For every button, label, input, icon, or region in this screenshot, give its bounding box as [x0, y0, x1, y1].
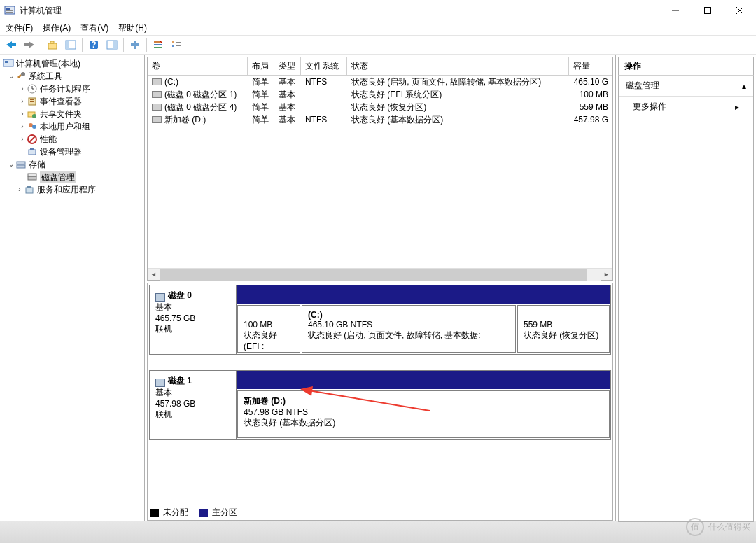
- col-capacity[interactable]: 容量: [569, 57, 612, 75]
- scroll-left-icon[interactable]: ◄: [148, 269, 160, 281]
- col-layout[interactable]: 布局: [248, 57, 274, 75]
- col-status[interactable]: 状态: [347, 57, 569, 75]
- tree-root[interactable]: 计算机管理(本地): [0, 57, 144, 70]
- table-row[interactable]: (磁盘 0 磁盘分区 4)简单基本状态良好 (恢复分区)559 MB: [148, 101, 612, 113]
- shared-icon: [27, 108, 38, 120]
- svg-rect-48: [28, 176, 36, 180]
- disk-title: 磁盘 1: [168, 375, 192, 387]
- menubar: 文件(F) 操作(A) 查看(V) 帮助(H): [0, 21, 756, 35]
- menu-file[interactable]: 文件(F): [6, 22, 33, 34]
- computer-icon: [3, 58, 14, 69]
- show-hide-action-button[interactable]: [104, 37, 120, 52]
- svg-line-43: [29, 136, 35, 142]
- expand-icon[interactable]: ›: [18, 120, 27, 133]
- close-button[interactable]: [724, 0, 756, 21]
- tree-local-users[interactable]: › 本地用户和组: [0, 120, 144, 133]
- menu-action[interactable]: 操作(A): [43, 22, 71, 34]
- show-hide-tree-button[interactable]: [62, 37, 79, 52]
- table-row[interactable]: (磁盘 0 磁盘分区 1)简单基本状态良好 (EFI 系统分区)100 MB: [148, 88, 612, 101]
- col-fs[interactable]: 文件系统: [301, 57, 347, 75]
- back-button[interactable]: [3, 37, 20, 52]
- tree-pane: 计算机管理(本地) ⌄ 系统工具 › 任务计划程序 › 事件查看器 › 共享文件…: [0, 55, 145, 521]
- minimize-button[interactable]: [659, 0, 692, 21]
- maximize-button[interactable]: [692, 0, 724, 21]
- svg-rect-50: [26, 188, 33, 193]
- svg-rect-28: [176, 45, 181, 46]
- svg-rect-24: [154, 47, 162, 48]
- tree-label: 本地用户和组: [40, 120, 90, 133]
- toolbar: ?: [0, 35, 756, 55]
- tree-shared-folders[interactable]: › 共享文件夹: [0, 108, 144, 120]
- tree-sys-tools[interactable]: ⌄ 系统工具: [0, 70, 144, 83]
- disk-1-partition-d[interactable]: 新加卷 (D:) 457.98 GB NTFS 状态良好 (基本数据分区): [237, 390, 610, 438]
- list-view-button[interactable]: [150, 37, 167, 52]
- tree-task-scheduler[interactable]: › 任务计划程序: [0, 83, 144, 95]
- disk-0-header-stripe: [237, 285, 610, 304]
- legend-primary: 主分区: [212, 507, 237, 519]
- part-status: 状态良好 (EFI :: [244, 330, 294, 351]
- collapse-icon[interactable]: ⌄: [7, 70, 15, 83]
- watermark: 值 什么值得买: [686, 518, 750, 536]
- tree-performance[interactable]: › 性能: [0, 133, 144, 146]
- expand-icon[interactable]: ›: [18, 83, 27, 95]
- collapse-icon[interactable]: ⌄: [7, 158, 15, 171]
- tree-label: 存储: [29, 158, 46, 171]
- horizontal-scrollbar[interactable]: ◄ ►: [148, 268, 612, 280]
- disk-1[interactable]: 磁盘 1 基本 457.98 GB 联机 新加卷 (D:) 457.98 GB …: [149, 370, 611, 440]
- collapse-icon[interactable]: ▴: [742, 81, 746, 91]
- scroll-right-icon[interactable]: ►: [601, 269, 612, 281]
- expand-icon[interactable]: ›: [15, 183, 24, 196]
- tree-label: 任务计划程序: [40, 83, 90, 95]
- menu-help[interactable]: 帮助(H): [118, 22, 147, 34]
- tree-device-manager[interactable]: 设备管理器: [0, 146, 144, 158]
- tree-label: 共享文件夹: [40, 108, 82, 120]
- col-volume[interactable]: 卷: [148, 57, 248, 75]
- svg-rect-19: [113, 41, 117, 49]
- actions-section-title[interactable]: 磁盘管理 ▴: [619, 76, 753, 97]
- tree-label: 设备管理器: [40, 146, 82, 158]
- tree-storage[interactable]: ⌄ 存储: [0, 158, 144, 171]
- svg-rect-27: [176, 42, 181, 43]
- part-status: 状态良好 (启动, 页面文件, 故障转储, 基本数据:: [308, 330, 510, 341]
- svg-point-41: [32, 125, 36, 129]
- disk-0-info: 磁盘 0 基本 465.75 GB 联机: [150, 285, 237, 354]
- disk-icon: [155, 379, 165, 387]
- menu-view[interactable]: 查看(V): [80, 22, 108, 34]
- help-button[interactable]: ?: [85, 37, 102, 52]
- detail-view-button[interactable]: [168, 37, 185, 52]
- col-type[interactable]: 类型: [274, 57, 301, 75]
- tree-disk-mgmt[interactable]: 磁盘管理: [0, 171, 144, 183]
- drive-icon: [152, 116, 162, 123]
- tree-event-viewer[interactable]: › 事件查看器: [0, 95, 144, 108]
- scroll-thumb[interactable]: [160, 269, 587, 281]
- actions-title-text: 磁盘管理: [626, 80, 659, 92]
- svg-marker-10: [29, 41, 34, 48]
- svg-rect-36: [30, 99, 34, 100]
- svg-point-31: [21, 72, 25, 76]
- expand-icon[interactable]: ›: [18, 95, 27, 108]
- svg-rect-2: [6, 10, 13, 11]
- svg-rect-3: [6, 12, 13, 13]
- services-icon: [24, 184, 35, 195]
- refresh-button[interactable]: [127, 37, 144, 52]
- legend-unallocated: 未分配: [163, 507, 188, 519]
- expand-icon[interactable]: ›: [18, 133, 27, 146]
- users-icon: [27, 121, 38, 132]
- disk-0-partition-c[interactable]: (C:) 465.10 GB NTFS 状态良好 (启动, 页面文件, 故障转储…: [302, 305, 516, 353]
- up-button[interactable]: [44, 37, 61, 52]
- svg-text:?: ?: [91, 40, 96, 50]
- disk-0-partition-1[interactable]: 100 MB 状态良好 (EFI :: [237, 305, 300, 353]
- table-row[interactable]: (C:)简单基本NTFS状态良好 (启动, 页面文件, 故障转储, 基本数据分区…: [148, 76, 612, 88]
- expand-icon[interactable]: ›: [18, 108, 27, 120]
- svg-rect-21: [134, 41, 136, 49]
- volume-body[interactable]: (C:)简单基本NTFS状态良好 (启动, 页面文件, 故障转储, 基本数据分区…: [148, 76, 612, 268]
- disk-0[interactable]: 磁盘 0 基本 465.75 GB 联机 100 MB 状态良好 (EFI :: [149, 285, 611, 355]
- actions-more[interactable]: 更多操作 ▸: [619, 97, 753, 117]
- tree-services-apps[interactable]: › 服务和应用程序: [0, 183, 144, 196]
- table-row[interactable]: 新加卷 (D:)简单基本NTFS状态良好 (基本数据分区)457.98 G: [148, 113, 612, 126]
- svg-point-39: [32, 114, 36, 118]
- svg-rect-1: [6, 8, 10, 10]
- forward-button[interactable]: [21, 37, 38, 52]
- svg-rect-45: [30, 148, 34, 150]
- disk-0-partition-4[interactable]: 559 MB 状态良好 (恢复分区): [517, 305, 610, 353]
